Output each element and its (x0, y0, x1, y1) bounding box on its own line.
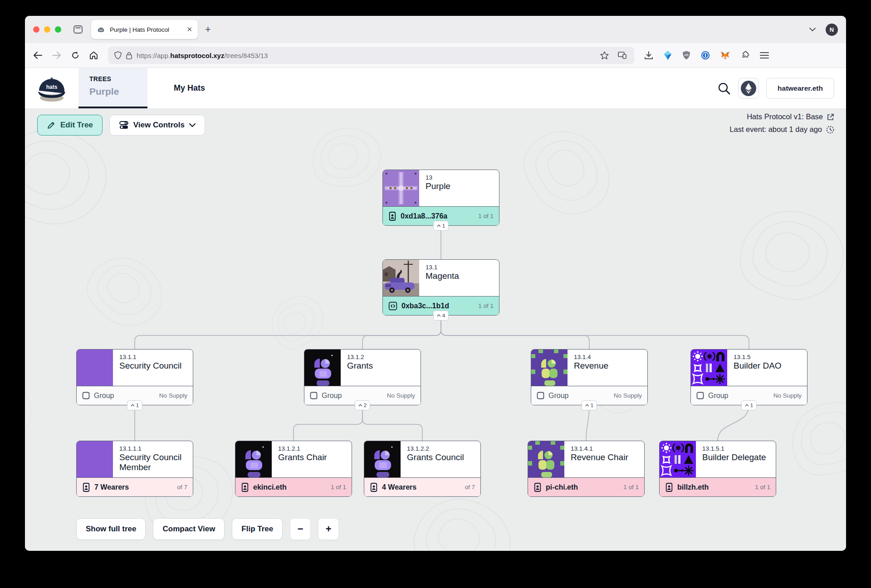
reload-icon[interactable] (71, 51, 79, 59)
wearer-id-icon (370, 482, 378, 492)
metamask-icon[interactable] (720, 51, 730, 60)
hat-node-magenta[interactable]: 13.1 Magenta 0xba3c...1b1d 1 of 1 4 (382, 259, 499, 316)
lock-icon[interactable] (126, 52, 132, 59)
hat-image (691, 350, 727, 386)
chevron-up-icon (437, 224, 441, 227)
hat-name: Grants (347, 361, 373, 371)
url-bar[interactable]: https://app.hatsprotocol.xyz/trees/8453/… (108, 47, 634, 64)
firefox-view-icon[interactable] (73, 25, 83, 34)
hat-name: Security Council Member (119, 452, 187, 473)
collapse-toggle[interactable]: 4 (433, 311, 449, 321)
hat-name: Security Council (119, 361, 181, 371)
edit-tree-label: Edit Tree (60, 121, 93, 130)
hat-image (77, 350, 113, 386)
flip-tree-button[interactable]: Flip Tree (232, 518, 283, 540)
hat-node-grants[interactable]: 13.1.2 Grants Group No Supply 2 (304, 349, 421, 405)
downloads-icon[interactable] (644, 51, 653, 60)
home-icon[interactable] (89, 51, 98, 59)
tab-trees[interactable]: TREES Purple (78, 68, 147, 108)
chevron-up-icon (745, 404, 749, 407)
browser-tab[interactable]: hats Purple | Hats Protocol ✕ (91, 20, 198, 39)
tree-canvas[interactable]: Edit Tree View Controls Hats Protocol v1… (25, 109, 846, 551)
hat-node-builder-dao[interactable]: 13.1.5 Builder DAO Group No Supply 1 (690, 349, 807, 405)
network-ethereum-button[interactable] (738, 78, 759, 99)
footer-right: 1 of 1 (478, 213, 494, 219)
back-icon[interactable] (33, 52, 42, 59)
zoom-out-button[interactable]: − (290, 518, 311, 540)
checkbox-icon (82, 392, 90, 399)
menu-hamburger-icon[interactable] (760, 52, 769, 59)
zoom-in-button[interactable]: + (318, 518, 339, 540)
tab-close-icon[interactable]: ✕ (186, 25, 192, 34)
footer-right: No Supply (159, 392, 187, 399)
tab-list-chevron-icon[interactable] (809, 28, 816, 32)
wearer-id-icon (82, 482, 90, 492)
hat-node-revenue-chair[interactable]: 13.1.4.1 Revenue Chair pi-chi.eth 1 of 1 (528, 441, 645, 497)
svg-text:uO: uO (685, 53, 689, 56)
maximize-window-button[interactable] (55, 26, 61, 33)
bookmark-star-icon[interactable] (600, 51, 609, 59)
collapse-toggle[interactable]: 1 (127, 400, 142, 410)
hat-id: 13.1.5 (734, 354, 782, 360)
footer-label: 0xd1a8...376a (401, 212, 447, 220)
browser-window: hats Purple | Hats Protocol ✕ + N https:… (25, 16, 846, 551)
ethereum-icon (740, 80, 757, 97)
contract-icon (388, 301, 397, 311)
chevron-up-icon (358, 404, 362, 407)
minimize-window-button[interactable] (44, 26, 50, 33)
pencil-icon (47, 121, 56, 130)
footer-right: No Supply (773, 392, 802, 399)
svg-text:hats: hats (99, 28, 103, 30)
footer-right: of 7 (465, 484, 475, 491)
hat-name: Builder Delegate (702, 452, 766, 462)
last-event[interactable]: Last event: about 1 day ago (729, 125, 834, 134)
extension-gem-icon[interactable] (664, 51, 672, 60)
compact-view-button[interactable]: Compact View (153, 518, 225, 540)
wallet-button[interactable]: hatwearer.eth (766, 78, 834, 99)
profile-avatar[interactable]: N (826, 24, 838, 36)
footer-right: 1 of 1 (478, 302, 494, 309)
collapse-toggle[interactable]: 2 (355, 400, 370, 410)
collapse-toggle[interactable]: 1 (741, 400, 757, 410)
hat-node-grants-council[interactable]: 13.1.2.2 Grants Council 4 Wearers of 7 (364, 441, 481, 497)
hat-node-security-council[interactable]: 13.1.1 Security Council Group No Supply … (76, 349, 193, 405)
send-to-device-icon[interactable] (618, 51, 628, 59)
hat-node-revenue[interactable]: 13.1.4 Revenue Group No Supply 1 (531, 349, 648, 405)
view-controls-button[interactable]: View Controls (109, 115, 205, 136)
hat-node-grants-chair[interactable]: 13.1.2.1 Grants Chair ekinci.eth 1 of 1 (235, 441, 352, 497)
hat-image (304, 350, 341, 386)
toggles-icon (119, 120, 129, 130)
hat-node-builder-delegate[interactable]: 13.1.5.1 Builder Delegate billzh.eth 1 o… (659, 441, 776, 497)
app-header: hats TREES Purple My Hats hatwearer.eth (25, 68, 846, 109)
show-full-tree-button[interactable]: Show full tree (76, 518, 146, 540)
ublock-shield-icon[interactable]: uO (682, 51, 690, 60)
close-window-button[interactable] (33, 26, 39, 33)
footer-label: billzh.eth (677, 483, 709, 491)
last-event-label: Last event: about 1 day ago (729, 125, 822, 134)
hats-logo[interactable]: hats (25, 68, 78, 108)
hat-node-purple[interactable]: 13 Purple 0xd1a8...376a 1 of 1 1 (382, 170, 499, 226)
edit-tree-button[interactable]: Edit Tree (37, 115, 103, 136)
hat-name: Grants Council (407, 452, 464, 462)
checkbox-icon (537, 392, 544, 399)
checkbox-icon (310, 392, 318, 399)
nav-my-hats[interactable]: My Hats (174, 68, 205, 108)
footer-label: Group (708, 392, 728, 400)
url-text: https://app.hatsprotocol.xyz/trees/8453/… (137, 52, 596, 59)
hat-node-security-council-member[interactable]: 13.1.1.1 Security Council Member 7 Weare… (76, 441, 193, 497)
search-icon[interactable] (717, 82, 731, 95)
extensions-puzzle-icon[interactable] (740, 51, 749, 60)
collapse-toggle[interactable]: 1 (582, 400, 597, 410)
url-toolbar: https://app.hatsprotocol.xyz/trees/8453/… (25, 43, 846, 68)
tab-favicon: hats (97, 25, 105, 34)
hat-id: 13.1.1 (119, 354, 181, 360)
external-link-icon (827, 113, 834, 121)
forward-icon[interactable] (52, 52, 61, 59)
collapse-toggle[interactable]: 1 (433, 221, 449, 231)
protocol-version[interactable]: Hats Protocol v1: Base (747, 112, 834, 121)
shield-icon[interactable] (114, 51, 122, 59)
wearer-id-icon (665, 482, 673, 492)
new-tab-button[interactable]: + (205, 24, 211, 34)
hat-name: Revenue Chair (571, 452, 628, 462)
onepassword-icon[interactable] (701, 51, 710, 60)
